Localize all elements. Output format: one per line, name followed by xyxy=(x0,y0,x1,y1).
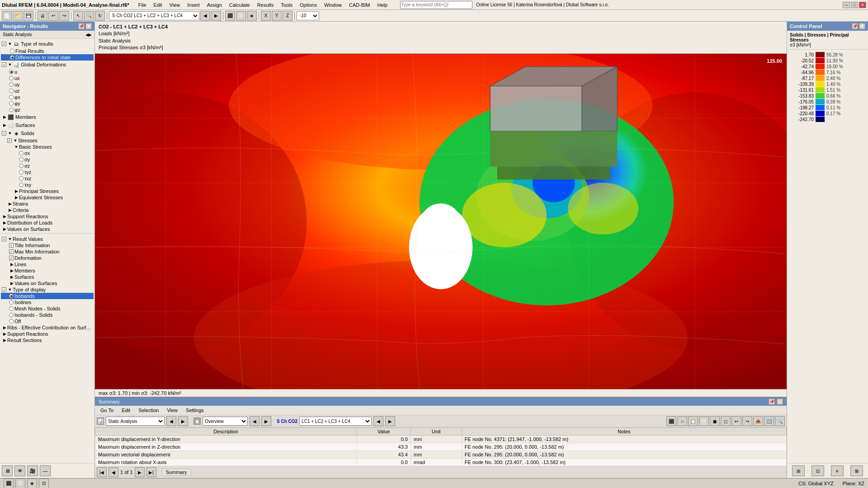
first-page-button[interactable]: |◀ xyxy=(97,467,107,477)
summary-action-1[interactable]: ⬛ xyxy=(666,416,676,426)
selection-button[interactable]: Selection xyxy=(135,407,162,414)
ux-radio[interactable] xyxy=(9,76,14,80)
tree-sy[interactable]: σy xyxy=(1,156,94,163)
wire-button[interactable]: ⬜ xyxy=(236,11,246,21)
cp-bottom-4[interactable]: ⊠ xyxy=(850,465,863,476)
ribs-expand[interactable]: ▶ xyxy=(2,325,7,330)
strains-expand[interactable]: ▶ xyxy=(7,201,13,206)
iso-button[interactable]: ◈ xyxy=(247,11,257,21)
prev-result-button[interactable]: ◀ xyxy=(200,11,210,21)
tree-u[interactable]: u xyxy=(1,69,94,75)
edit-button[interactable]: Edit xyxy=(118,407,134,414)
px-radio[interactable] xyxy=(9,95,14,99)
tree-py[interactable]: φy xyxy=(1,100,94,107)
summary-action-7[interactable]: ↩ xyxy=(731,416,741,426)
tree-surfaces-rv[interactable]: ▶ Surfaces xyxy=(1,274,94,280)
cp-pin-button[interactable]: 📌 xyxy=(852,23,858,29)
isolines-radio[interactable] xyxy=(9,300,14,305)
menu-assign[interactable]: Assign xyxy=(203,1,226,9)
off-radio[interactable] xyxy=(9,319,14,324)
overview-select[interactable]: Overview xyxy=(203,417,248,426)
cp-bottom-3[interactable]: ≡ xyxy=(831,465,844,476)
tree-txz[interactable]: τxz xyxy=(1,175,94,182)
tree-strains[interactable]: ▶ Strains xyxy=(1,201,94,207)
menu-insert[interactable]: Insert xyxy=(184,1,203,9)
surfaces-expand[interactable]: ▶ xyxy=(2,122,7,128)
close-button[interactable]: ✕ xyxy=(859,2,866,8)
tree-ribs[interactable]: ▶ Ribs - Effective Contribution on Surfa… xyxy=(1,324,94,331)
save-button[interactable]: 💾 xyxy=(24,11,33,21)
menu-calculate[interactable]: Calculate xyxy=(226,1,254,9)
maxmin-checkbox[interactable]: ✓ xyxy=(9,249,14,254)
print-button[interactable]: 🖨 xyxy=(38,11,47,21)
nav-pin-button[interactable]: 📌 xyxy=(78,23,85,29)
nav-visibility-button[interactable]: 👁 xyxy=(14,465,25,476)
combination-select[interactable]: S Ch CO2 LC1 + LC2 + LC3 + LC4 xyxy=(109,11,199,20)
tree-mesh-nodes-solids[interactable]: Mesh Nodes - Solids xyxy=(1,305,94,312)
zoom-button[interactable]: 🔍 xyxy=(84,11,94,21)
tree-support-reactions-2[interactable]: ▶ Support Reactions xyxy=(1,331,94,337)
nav-camera-button[interactable]: 🎥 xyxy=(27,465,38,476)
tree-global-deformations[interactable]: ✓ ▼ 📊 Global Deformations xyxy=(1,61,94,69)
menu-cad-bim[interactable]: CAD-BIM xyxy=(345,1,373,9)
tree-off[interactable]: Off xyxy=(1,318,94,324)
tree-final-results[interactable]: Final Results xyxy=(1,48,94,54)
menu-file[interactable]: File xyxy=(135,1,150,9)
tree-deformation[interactable]: ✓ Deformation xyxy=(1,255,94,261)
members-expand[interactable]: ▶ xyxy=(2,114,7,120)
open-button[interactable]: 📂 xyxy=(13,11,23,21)
tree-uz[interactable]: uz xyxy=(1,88,94,94)
tree-isobands-solids[interactable]: Isobands - Solids xyxy=(1,312,94,318)
status-icon-4[interactable]: ⊡ xyxy=(39,479,49,488)
tree-lines[interactable]: ▶ Lines xyxy=(1,261,94,267)
tree-distribution-of-loads[interactable]: ▶ Distribution of Loads xyxy=(1,220,94,226)
menu-window[interactable]: Window xyxy=(321,1,345,9)
view-button[interactable]: View xyxy=(163,407,181,414)
scale-select[interactable]: -10 xyxy=(297,11,319,20)
maximize-button[interactable]: □ xyxy=(851,2,858,8)
val-surf-expand[interactable]: ▶ xyxy=(2,226,7,232)
tree-px[interactable]: φx xyxy=(1,94,94,100)
tyz-radio[interactable] xyxy=(19,170,24,174)
cp-close-button[interactable]: ✕ xyxy=(859,23,865,29)
global-def-expand[interactable]: ▼ xyxy=(7,62,13,67)
uy-radio[interactable] xyxy=(9,82,14,87)
summary-action-8[interactable]: ↪ xyxy=(742,416,752,426)
status-icon-2[interactable]: ⬜ xyxy=(15,479,25,488)
tree-basic-stresses[interactable]: ▼ Basic Stresses xyxy=(1,144,94,150)
axis-x-button[interactable]: X xyxy=(261,11,271,21)
next-result-button[interactable]: ▶ xyxy=(211,11,221,21)
sx-radio[interactable] xyxy=(19,151,24,155)
sy-radio[interactable] xyxy=(19,157,24,162)
tree-members-rv[interactable]: ▶ Members xyxy=(1,267,94,274)
nav-arrows[interactable]: ◀▶ xyxy=(85,33,92,37)
deformation-checkbox[interactable]: ✓ xyxy=(9,256,14,260)
stresses-expand[interactable]: ▼ xyxy=(13,138,18,143)
py-radio[interactable] xyxy=(9,101,14,106)
global-def-checkbox[interactable]: ✓ xyxy=(2,62,6,67)
summary-action-2[interactable]: ○ xyxy=(677,416,687,426)
tree-differences[interactable]: Differences to initial state xyxy=(1,54,94,61)
main-viewport[interactable]: 125.00 xyxy=(95,54,787,389)
status-icon-1[interactable]: ⬛ xyxy=(4,479,14,488)
summary-action-9[interactable]: 📤 xyxy=(753,416,763,426)
type-display-expand[interactable]: ▼ xyxy=(7,287,13,292)
tree-sz[interactable]: σz xyxy=(1,163,94,169)
tree-support-reactions[interactable]: ▶ Support Reactions xyxy=(1,213,94,220)
tree-type-of-display[interactable]: ✓ ▼ Type of display xyxy=(1,286,94,293)
tree-members[interactable]: ▶ ⬛ Members xyxy=(1,113,94,121)
status-icon-3[interactable]: ◈ xyxy=(27,479,37,488)
title-info-checkbox[interactable]: ✓ xyxy=(9,243,14,248)
result-values-expand[interactable]: ▼ xyxy=(7,236,13,242)
lc-select[interactable]: LC1 + LC2 + LC3 + LC4 xyxy=(299,417,372,426)
distrib-expand[interactable]: ▶ xyxy=(2,220,7,225)
support2-expand[interactable]: ▶ xyxy=(2,331,7,337)
tree-criteria[interactable]: ▶ Criteria xyxy=(1,207,94,213)
menu-tools[interactable]: Tools xyxy=(277,1,296,9)
summary-action-5[interactable]: ◼ xyxy=(710,416,720,426)
overview-next-button[interactable]: ▶ xyxy=(261,416,271,426)
summary-action-3[interactable]: 📋 xyxy=(688,416,698,426)
type-display-checkbox[interactable]: ✓ xyxy=(2,287,6,292)
summary-action-6[interactable]: ◻ xyxy=(721,416,731,426)
summary-pin-button[interactable]: 📌 xyxy=(769,399,775,405)
